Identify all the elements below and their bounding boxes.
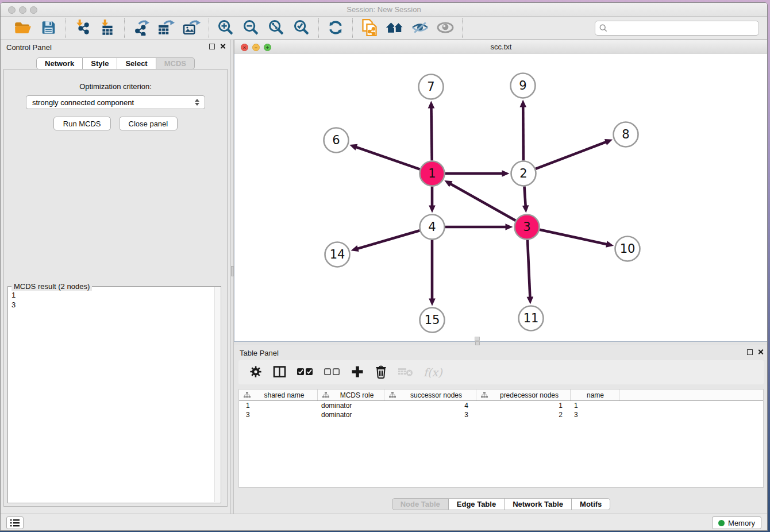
column-header-name[interactable]: name [571,390,619,400]
float-panel-icon[interactable] [209,44,215,49]
tab-select[interactable]: Select [117,57,156,70]
cell-MCDS-role[interactable]: dominator [318,401,384,410]
edge-2-9[interactable] [523,106,523,160]
tab-network[interactable]: Network [36,57,83,70]
deselect-all-checkbox-button[interactable] [324,364,341,380]
cell-name[interactable]: 1 [571,401,619,410]
graph-node-2[interactable]: 2 [511,161,536,186]
zoom-fit-content-button[interactable] [265,19,287,37]
select-all-checkbox-button[interactable] [297,364,314,380]
tab-node-table[interactable]: Node Table [392,498,449,510]
search-input[interactable] [610,22,759,34]
open-session-icon [14,20,32,37]
home-view-button[interactable] [384,19,406,37]
graph-node-9[interactable]: 9 [511,74,536,98]
column-header-successor-nodes[interactable]: successor nodes [384,390,476,400]
edge-2-8[interactable] [536,142,607,169]
criterion-dropdown[interactable]: strongly connected component [26,95,205,109]
tab-mcds[interactable]: MCDS [156,57,195,70]
task-history-button[interactable] [6,516,24,529]
memory-button[interactable]: Memory [712,516,761,529]
import-table-button[interactable] [97,19,118,37]
table-row[interactable]: 3dominator323 [239,410,763,419]
show-graphics-details-button[interactable] [434,19,456,37]
close-panel-icon[interactable] [757,349,764,355]
network-canvas[interactable]: 7968124314101511 [234,53,768,342]
save-session-button[interactable] [37,19,59,37]
cell-predecessor-nodes[interactable]: 2 [476,410,571,419]
graph-node-6[interactable]: 6 [324,128,349,153]
control-panel-tabs: NetworkStyleSelectMCDS [1,57,230,70]
canvas-scroll-thumb[interactable] [475,337,480,341]
zoom-selected-button[interactable] [291,19,313,37]
export-network-icon [133,20,150,37]
settings-gear-button[interactable] [249,364,263,380]
node-label: 7 [427,80,434,94]
graph-node-8[interactable]: 8 [614,122,638,147]
refresh-view-icon [327,20,344,37]
graph-node-10[interactable]: 10 [615,237,640,261]
export-table-button[interactable] [156,19,178,37]
cell-successor-nodes[interactable]: 4 [384,401,476,410]
float-panel-icon[interactable] [747,349,753,355]
close-panel-button[interactable]: Close panel [119,117,178,130]
edge-3-10[interactable] [540,230,607,245]
tab-network-table[interactable]: Network Table [505,498,572,510]
graph-node-1[interactable]: 1 [420,161,445,186]
node-table[interactable]: shared nameMCDS rolesuccessor nodesprede… [238,389,764,488]
graph-node-3[interactable]: 3 [515,215,540,240]
cell-MCDS-role[interactable]: dominator [318,410,384,419]
cell-shared-name[interactable]: 3 [239,410,318,419]
table-row[interactable]: 1dominator411 [239,401,763,410]
import-network-button[interactable] [71,19,93,37]
result-scrollbar[interactable] [214,287,220,502]
column-header-predecessor-nodes[interactable]: predecessor nodes [476,390,571,400]
node-label: 15 [425,313,440,327]
cell-name[interactable]: 3 [571,410,619,419]
edge-1-6[interactable] [356,147,420,169]
run-mcds-button[interactable]: Run MCDS [53,117,111,130]
hide-graphics-details-icon [411,20,429,37]
column-header-MCDS-role[interactable]: MCDS role [318,390,384,400]
splitter-grip[interactable] [475,341,480,345]
graph-node-15[interactable]: 15 [420,308,445,333]
open-session-button[interactable] [12,19,34,37]
column-header-shared-name[interactable]: shared name [239,390,318,400]
edge-3-11[interactable] [528,240,530,298]
graph-node-14[interactable]: 14 [325,242,350,267]
export-image-icon [183,20,201,37]
graph-node-4[interactable]: 4 [420,215,445,240]
network-graph[interactable]: 7968124314101511 [234,53,768,341]
import-network-icon [74,20,91,37]
hide-graphics-details-button[interactable] [409,19,431,37]
cell-shared-name[interactable]: 1 [239,401,318,410]
edge-4-14[interactable] [357,230,419,249]
graph-node-11[interactable]: 11 [519,306,544,331]
export-network-button[interactable] [130,19,152,37]
cell-successor-nodes[interactable]: 3 [384,410,476,419]
tab-style[interactable]: Style [83,57,117,70]
edge-arrowhead [506,223,513,230]
delete-row-trash-button[interactable] [374,364,388,380]
edge-2-3[interactable] [524,186,525,206]
edge-3-1[interactable] [450,183,515,221]
zoom-in-button[interactable] [215,19,237,37]
graph-node-7[interactable]: 7 [419,75,444,99]
cell-predecessor-nodes[interactable]: 1 [476,401,571,410]
refresh-view-button[interactable] [325,19,346,37]
add-row-plus-button[interactable] [351,364,364,380]
edge-1-7[interactable] [431,107,432,160]
tab-edge-table[interactable]: Edge Table [449,498,505,510]
zoom-out-button[interactable] [240,19,262,37]
column-layout-button[interactable] [272,364,287,380]
mcds-result-list[interactable]: 1 3 [9,288,214,502]
node-label: 6 [332,133,340,147]
edge-arrowhead [605,139,613,145]
search-icon [599,24,607,32]
app-window: Session: New Session Control Panel Netwo… [0,2,768,531]
search-box[interactable] [595,21,759,36]
tab-motifs[interactable]: Motifs [572,498,610,510]
copy-network-view-button[interactable] [359,19,380,37]
export-image-button[interactable] [181,19,203,37]
close-panel-icon[interactable] [220,43,226,49]
